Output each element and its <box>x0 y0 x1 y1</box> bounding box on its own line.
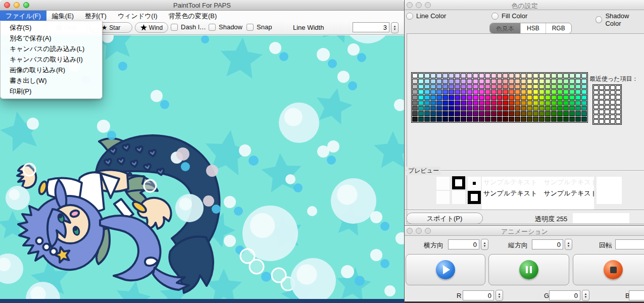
palette-cell[interactable] <box>503 79 508 84</box>
recent-color-cell[interactable] <box>593 95 599 99</box>
palette-cell[interactable] <box>442 73 448 78</box>
recent-color-cell[interactable] <box>610 90 615 95</box>
palette-cell[interactable] <box>479 117 484 122</box>
opacity-field[interactable] <box>573 213 629 223</box>
palette-cell[interactable] <box>557 106 563 111</box>
palette-cell[interactable] <box>442 95 448 100</box>
palette-cell[interactable] <box>509 100 514 106</box>
snap-checkbox[interactable] <box>246 24 254 31</box>
palette-cell[interactable] <box>442 100 448 106</box>
palette-cell[interactable] <box>557 73 563 78</box>
palette-cell[interactable] <box>515 73 520 78</box>
animation-window-titlebar[interactable]: アニメーション <box>405 226 644 236</box>
palette-cell[interactable] <box>581 106 587 111</box>
palette-cell[interactable] <box>442 111 448 116</box>
palette-cell[interactable] <box>436 89 442 94</box>
recent-color-cell[interactable] <box>616 119 621 124</box>
palette-cell[interactable] <box>551 100 557 106</box>
palette-cell[interactable] <box>497 117 503 122</box>
palette-cell[interactable] <box>557 117 563 122</box>
palette-cell[interactable] <box>497 89 503 94</box>
fill-color-radio-group[interactable]: Fill Color <box>491 12 527 20</box>
play-button[interactable] <box>406 254 485 285</box>
line-color-radio[interactable] <box>406 13 413 20</box>
palette-cell[interactable] <box>503 95 508 100</box>
recent-color-cell[interactable] <box>599 115 604 119</box>
palette-cell[interactable] <box>424 95 430 100</box>
palette-cell[interactable] <box>503 117 508 122</box>
palette-cell[interactable] <box>418 95 424 100</box>
recent-color-cell[interactable] <box>599 95 604 99</box>
palette-cell[interactable] <box>539 117 544 122</box>
palette-cell[interactable] <box>497 84 503 89</box>
palette-cell[interactable] <box>412 79 418 84</box>
tab-swatches[interactable]: 色見本 <box>490 23 521 33</box>
palette-cell[interactable] <box>545 106 551 111</box>
palette-cell[interactable] <box>418 111 424 116</box>
recent-color-cell[interactable] <box>593 115 599 119</box>
palette-cell[interactable] <box>412 117 418 122</box>
palette-cell[interactable] <box>509 117 514 122</box>
palette-cell[interactable] <box>503 84 508 89</box>
palette-cell[interactable] <box>436 84 442 89</box>
palette-cell[interactable] <box>467 95 472 100</box>
recent-color-cell[interactable] <box>605 95 610 99</box>
palette-cell[interactable] <box>539 73 544 78</box>
line-width-input[interactable] <box>353 22 389 32</box>
palette-cell[interactable] <box>515 95 520 100</box>
palette-cell[interactable] <box>412 106 418 111</box>
recent-color-cell[interactable] <box>593 119 599 124</box>
recent-color-cell[interactable] <box>599 90 604 95</box>
palette-cell[interactable] <box>485 111 490 116</box>
palette-cell[interactable] <box>467 84 472 89</box>
recent-color-cell[interactable] <box>616 100 621 105</box>
recent-color-cell[interactable] <box>605 100 610 105</box>
recent-color-cell[interactable] <box>605 85 610 90</box>
palette-cell[interactable] <box>515 106 520 111</box>
palette-cell[interactable] <box>461 111 466 116</box>
palette-cell[interactable] <box>461 89 466 94</box>
line-width-stepper[interactable]: ▲▼ <box>391 22 399 33</box>
palette-cell[interactable] <box>509 89 514 94</box>
palette-cell[interactable] <box>418 106 424 111</box>
palette-cell[interactable] <box>485 117 490 122</box>
palette-cell[interactable] <box>575 84 581 89</box>
palette-cell[interactable] <box>497 111 503 116</box>
palette-cell[interactable] <box>467 73 472 78</box>
palette-cell[interactable] <box>539 111 544 116</box>
palette-cell[interactable] <box>533 111 538 116</box>
menu-item-4[interactable]: 背景色の変更(B) <box>163 11 223 21</box>
palette-cell[interactable] <box>509 84 514 89</box>
palette-cell[interactable] <box>412 100 418 106</box>
palette-cell[interactable] <box>551 111 557 116</box>
palette-cell[interactable] <box>473 100 478 106</box>
palette-cell[interactable] <box>449 106 454 111</box>
palette-cell[interactable] <box>521 79 526 84</box>
palette-cell[interactable] <box>430 73 436 78</box>
recent-colors-grid[interactable] <box>592 84 622 125</box>
palette-cell[interactable] <box>521 111 526 116</box>
palette-cell[interactable] <box>545 73 551 78</box>
palette-cell[interactable] <box>436 106 442 111</box>
palette-cell[interactable] <box>430 89 436 94</box>
palette-cell[interactable] <box>521 84 526 89</box>
palette-cell[interactable] <box>521 89 526 94</box>
recent-color-cell[interactable] <box>616 105 621 110</box>
palette-cell[interactable] <box>551 89 557 94</box>
palette-cell[interactable] <box>527 95 532 100</box>
palette-cell[interactable] <box>581 73 587 78</box>
recent-color-cell[interactable] <box>616 115 621 119</box>
tab-hsb[interactable]: HSB <box>521 23 546 33</box>
palette-cell[interactable] <box>569 89 575 94</box>
palette-cell[interactable] <box>575 117 581 122</box>
palette-cell[interactable] <box>539 106 544 111</box>
palette-cell[interactable] <box>412 84 418 89</box>
palette-cell[interactable] <box>491 89 497 94</box>
palette-cell[interactable] <box>424 73 430 78</box>
palette-cell[interactable] <box>455 79 460 84</box>
palette-cell[interactable] <box>473 84 478 89</box>
palette-cell[interactable] <box>461 106 466 111</box>
palette-cell[interactable] <box>557 89 563 94</box>
palette-cell[interactable] <box>497 79 503 84</box>
palette-cell[interactable] <box>455 73 460 78</box>
